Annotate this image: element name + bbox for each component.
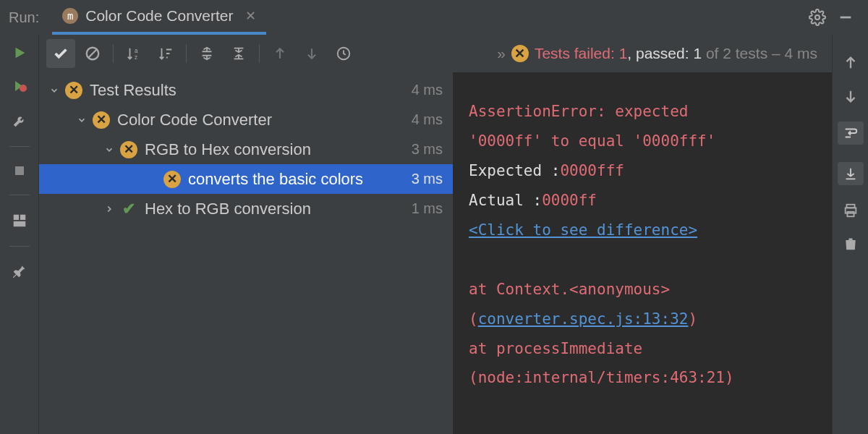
test-tree[interactable]: ✕Test Results4 ms✕Color Code Converter4 … xyxy=(39,72,453,434)
tree-time: 4 ms xyxy=(412,111,443,128)
run-tab[interactable]: m Color Code Converter ✕ xyxy=(52,0,265,35)
test-failed-icon: ✕ xyxy=(163,171,181,188)
debug-rerun-icon[interactable] xyxy=(11,78,28,95)
chevron-icon[interactable] xyxy=(104,204,120,214)
tree-label: Color Code Converter xyxy=(117,111,412,129)
svg-line-8 xyxy=(89,50,97,58)
tree-time: 1 ms xyxy=(412,200,443,217)
test-failed-icon: ✕ xyxy=(120,141,137,158)
scroll-up-icon[interactable] xyxy=(843,55,859,71)
collapse-all-button[interactable] xyxy=(224,39,253,68)
next-failed-button[interactable] xyxy=(297,39,326,68)
scroll-to-end-button[interactable] xyxy=(838,162,864,185)
svg-text:a: a xyxy=(135,48,138,54)
tree-label: Test Results xyxy=(90,81,412,100)
soft-wrap-button[interactable] xyxy=(838,122,864,145)
test-status-summary: » ✕ Tests failed: 1, passed: 1 of 2 test… xyxy=(497,45,825,62)
test-console[interactable]: AssertionError: expected '0000ff' to equ… xyxy=(453,72,832,434)
test-passed-icon: ✔ xyxy=(120,200,137,218)
trash-icon[interactable] xyxy=(843,236,858,252)
close-icon[interactable]: ✕ xyxy=(245,8,256,24)
right-gutter xyxy=(832,35,868,434)
test-toolbar: az » ✕ xyxy=(39,35,832,72)
chevron-icon[interactable] xyxy=(49,85,65,95)
show-passed-button[interactable] xyxy=(46,39,75,68)
wrench-icon[interactable] xyxy=(12,113,27,129)
tree-label: RGB to Hex conversion xyxy=(145,140,412,159)
svg-rect-4 xyxy=(13,215,18,220)
tree-time: 4 ms xyxy=(412,82,443,98)
svg-rect-5 xyxy=(20,215,25,220)
svg-point-2 xyxy=(20,85,27,92)
test-failed-icon: ✕ xyxy=(65,82,82,99)
stop-icon[interactable] xyxy=(13,164,26,177)
test-tree-row[interactable]: ✕Color Code Converter4 ms xyxy=(39,105,453,135)
run-label: Run: xyxy=(0,9,52,26)
test-history-button[interactable] xyxy=(329,39,358,68)
mocha-badge-icon: m xyxy=(62,8,78,24)
gear-icon[interactable] xyxy=(803,9,832,26)
minimize-icon[interactable] xyxy=(832,9,859,25)
sort-duration-button[interactable] xyxy=(151,39,180,68)
status-failed-icon: ✕ xyxy=(511,45,529,62)
svg-text:z: z xyxy=(135,54,137,61)
sort-alpha-button[interactable]: az xyxy=(119,39,148,68)
chevron-icon[interactable] xyxy=(77,115,93,125)
svg-rect-6 xyxy=(13,221,25,226)
show-ignored-button[interactable] xyxy=(78,39,107,68)
svg-point-0 xyxy=(815,15,820,20)
stack-link[interactable]: converter.spec.js:13:32 xyxy=(478,310,689,328)
test-tree-row[interactable]: ✕Test Results4 ms xyxy=(39,75,453,105)
left-gutter xyxy=(0,35,39,434)
pin-icon[interactable] xyxy=(12,264,27,278)
print-icon[interactable] xyxy=(843,203,859,218)
expand-all-button[interactable] xyxy=(192,39,221,68)
layout-icon[interactable] xyxy=(12,213,27,229)
test-tree-row[interactable]: ✕RGB to Hex conversion3 ms xyxy=(39,135,453,164)
test-failed-icon: ✕ xyxy=(93,111,110,129)
see-difference-link[interactable]: <Click to see difference> xyxy=(469,221,697,239)
tree-label: Hex to RGB conversion xyxy=(145,200,412,218)
run-header: Run: m Color Code Converter ✕ xyxy=(0,0,868,35)
run-icon[interactable] xyxy=(12,45,27,61)
tab-title: Color Code Converter xyxy=(85,7,233,25)
prev-failed-button[interactable] xyxy=(265,39,294,68)
test-tree-row[interactable]: ✔Hex to RGB conversion1 ms xyxy=(39,194,453,224)
tree-time: 3 ms xyxy=(412,171,443,187)
svg-rect-3 xyxy=(15,166,24,175)
scroll-down-icon[interactable] xyxy=(843,88,859,104)
tree-label: converts the basic colors xyxy=(188,170,412,189)
tree-time: 3 ms xyxy=(412,141,443,158)
chevron-icon[interactable] xyxy=(104,145,120,155)
test-tree-row[interactable]: ✕converts the basic colors3 ms xyxy=(39,164,453,194)
